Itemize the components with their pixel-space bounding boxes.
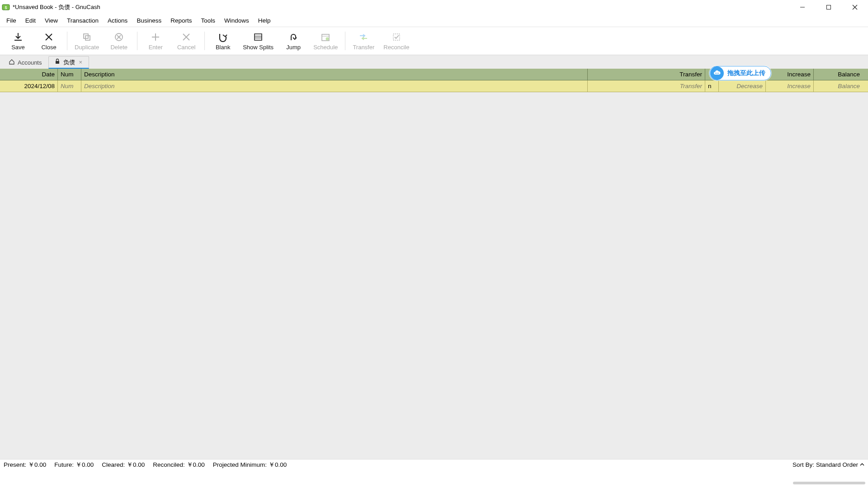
menu-file[interactable]: File	[2, 14, 21, 27]
duplicate-label: Duplicate	[75, 44, 99, 51]
save-button[interactable]: Save	[3, 27, 33, 55]
svg-point-29	[718, 73, 719, 74]
menu-windows[interactable]: Windows	[220, 14, 254, 27]
status-cleared: Cleared: ￥0.00	[102, 461, 145, 469]
menu-help[interactable]: Help	[254, 14, 275, 27]
delete-icon	[114, 32, 124, 42]
jump-button[interactable]: Jump	[278, 27, 309, 55]
menu-business[interactable]: Business	[132, 14, 166, 27]
save-label: Save	[11, 44, 25, 51]
col-description[interactable]: Description	[81, 69, 588, 80]
delete-label: Delete	[110, 44, 127, 51]
schedule-button: Schedule	[309, 27, 342, 55]
transfer-label: Transfer	[353, 44, 374, 51]
svg-rect-3	[827, 5, 831, 9]
status-cleared-value: ￥0.00	[127, 461, 145, 468]
tab-register[interactable]: 负债 ×	[48, 56, 89, 69]
upload-overlay[interactable]: 拖拽至此上传	[709, 66, 771, 80]
menu-tools[interactable]: Tools	[196, 14, 220, 27]
window-title: *Unsaved Book - 负债 - GnuCash	[13, 3, 100, 11]
col-num[interactable]: Num	[58, 69, 81, 80]
svg-point-27	[715, 73, 716, 74]
menu-actions[interactable]: Actions	[103, 14, 132, 27]
duplicate-icon	[82, 32, 92, 42]
titlebar: $ *Unsaved Book - 负债 - GnuCash	[0, 0, 868, 14]
status-present-label: Present:	[4, 461, 26, 468]
cell-balance[interactable]: Balance	[814, 80, 863, 92]
sortby-button[interactable]: Sort By: Standard Order	[793, 461, 864, 468]
status-projmin: Projected Minimum: ￥0.00	[213, 461, 287, 469]
cloud-upload-icon	[710, 66, 724, 80]
show-splits-icon	[253, 32, 263, 42]
register: 拖拽至此上传 Date Num Description Transfer R D…	[0, 69, 868, 460]
svg-rect-26	[56, 61, 59, 64]
transfer-icon	[359, 32, 368, 42]
menu-transaction[interactable]: Transaction	[62, 14, 103, 27]
duplicate-button: Duplicate	[70, 27, 104, 55]
schedule-label: Schedule	[313, 44, 338, 51]
sortby-value: Standard Order	[816, 461, 858, 468]
col-increase[interactable]: Increase	[766, 69, 814, 80]
reconcile-icon	[392, 32, 401, 42]
toolbar-separator	[345, 32, 345, 50]
show-splits-button[interactable]: Show Splits	[238, 27, 278, 55]
svg-point-28	[717, 73, 717, 74]
cell-transfer[interactable]: Transfer	[588, 80, 705, 92]
svg-rect-19	[255, 34, 262, 40]
save-icon	[13, 32, 23, 42]
col-transfer[interactable]: Transfer	[588, 69, 705, 80]
tab-register-label: 负债	[63, 58, 75, 66]
close-label: Close	[41, 44, 56, 51]
cell-description[interactable]: Description	[81, 80, 588, 92]
svg-rect-25	[393, 34, 400, 40]
enter-icon	[151, 32, 160, 42]
register-row[interactable]: 2024/12/08 Num Description Transfer n De…	[0, 80, 868, 92]
status-reconciled-label: Reconciled:	[153, 461, 185, 468]
col-balance[interactable]: Balance	[814, 69, 863, 80]
transfer-button: Transfer	[348, 27, 379, 55]
menubar: File Edit View Transaction Actions Busin…	[0, 14, 868, 27]
status-future-label: Future:	[54, 461, 74, 468]
window-close-button[interactable]	[842, 0, 868, 14]
horizontal-scrollbar[interactable]	[793, 482, 865, 484]
jump-label: Jump	[286, 44, 301, 51]
cell-date[interactable]: 2024/12/08	[0, 80, 58, 92]
enter-label: Enter	[149, 44, 163, 51]
status-reconciled-value: ￥0.00	[187, 461, 205, 468]
chevron-up-icon	[860, 461, 864, 468]
reconcile-label: Reconcile	[383, 44, 409, 51]
window-minimize-button[interactable]	[789, 0, 816, 14]
window-maximize-button[interactable]	[816, 0, 842, 14]
col-date[interactable]: Date	[0, 69, 58, 80]
svg-rect-11	[85, 36, 90, 40]
tab-accounts[interactable]: Accounts	[3, 56, 47, 69]
cell-num[interactable]: Num	[58, 80, 81, 92]
menu-edit[interactable]: Edit	[21, 14, 40, 27]
upload-overlay-text: 拖拽至此上传	[727, 69, 765, 77]
menu-reports[interactable]: Reports	[166, 14, 196, 27]
status-present: Present: ￥0.00	[4, 461, 46, 469]
blank-button[interactable]: Blank	[208, 27, 238, 55]
tab-close-button[interactable]: ×	[78, 59, 83, 66]
enter-button: Enter	[140, 27, 171, 55]
register-empty-area	[0, 92, 868, 460]
blank-label: Blank	[216, 44, 231, 51]
menu-view[interactable]: View	[40, 14, 62, 27]
show-splits-label: Show Splits	[243, 44, 274, 51]
cell-decrease[interactable]: Decrease	[719, 80, 766, 92]
close-button[interactable]: Close	[33, 27, 64, 55]
cell-r[interactable]: n	[705, 80, 719, 92]
status-projmin-label: Projected Minimum:	[213, 461, 267, 468]
status-reconciled: Reconciled: ￥0.00	[153, 461, 205, 469]
close-icon	[44, 32, 54, 42]
toolbar-separator	[204, 32, 205, 50]
lock-icon	[54, 58, 61, 66]
toolbar-separator	[137, 32, 137, 50]
statusbar: Present: ￥0.00 Future: ￥0.00 Cleared: ￥0…	[0, 459, 868, 470]
sortby-label: Sort By:	[793, 461, 814, 468]
cell-increase[interactable]: Increase	[766, 80, 814, 92]
status-cleared-label: Cleared:	[102, 461, 125, 468]
status-future: Future: ￥0.00	[54, 461, 94, 469]
status-present-value: ￥0.00	[28, 461, 46, 468]
blank-icon	[218, 32, 228, 42]
